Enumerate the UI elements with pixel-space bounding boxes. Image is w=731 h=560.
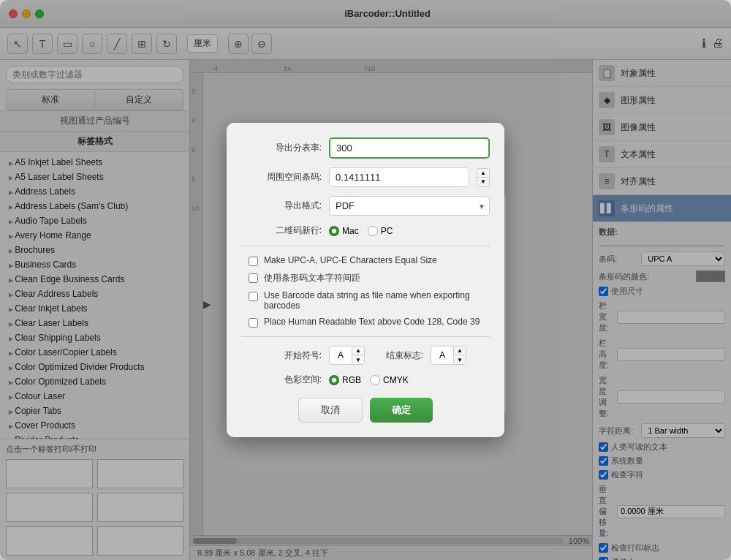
check2-label: 使用条形码文本字符间距 (264, 272, 360, 284)
surround-row: 周围空间条码: ▲ ▼ (241, 167, 490, 187)
surround-input[interactable] (329, 167, 469, 187)
start-stepper: A ▲ ▼ (329, 346, 365, 365)
surround-down[interactable]: ▼ (477, 178, 489, 186)
surround-stepper: ▲ ▼ (477, 168, 490, 187)
cmyk-label: CMYK (383, 375, 409, 385)
dpi-input[interactable] (329, 137, 490, 159)
check4-label: Place Human Readable Text above Code 128… (264, 317, 480, 327)
colorspace-row: 色彩空间: RGB CMYK (241, 374, 490, 386)
modal-divider-2 (241, 336, 490, 337)
rgb-label: RGB (342, 375, 361, 385)
check2-row: 使用条形码文本字符间距 (241, 272, 490, 284)
export-modal: 导出分表率: 周围空间条码: ▲ ▼ 导出格式: PDF TIFF PNG (227, 123, 504, 437)
end-value: A (431, 347, 453, 363)
format-select[interactable]: PDF TIFF PNG JPEG (329, 196, 490, 216)
cmyk-option[interactable]: CMYK (370, 375, 409, 385)
check1-row: Make UPC-A, UPC-E Characters Equal Size (241, 255, 490, 266)
newline-label: 二维码新行: (241, 224, 322, 237)
modal-overlay: 导出分表率: 周围空间条码: ▲ ▼ 导出格式: PDF TIFF PNG (0, 0, 731, 560)
start-down-btn[interactable]: ▼ (352, 355, 364, 364)
colorspace-label: 色彩空间: (241, 374, 322, 386)
check3-input[interactable] (249, 292, 258, 301)
surround-label: 周围空间条码: (241, 171, 322, 183)
end-stepper-btns: ▲ ▼ (453, 347, 466, 364)
check1-input[interactable] (249, 257, 258, 266)
start-stepper-btns: ▲ ▼ (352, 347, 364, 364)
newline-pc-option[interactable]: PC (368, 226, 393, 236)
newline-row: 二维码新行: Mac PC (241, 224, 490, 237)
format-select-wrap: PDF TIFF PNG JPEG ▼ (329, 196, 490, 216)
main-window: iBarcoder::Untitled ↖ T ▭ ○ ╱ ⊞ ↻ 厘米 ⊕ ⊖… (0, 0, 731, 560)
format-label: 导出格式: (241, 200, 322, 212)
check1-label: Make UPC-A, UPC-E Characters Equal Size (264, 255, 437, 265)
end-up-btn[interactable]: ▲ (454, 347, 466, 355)
end-down-btn[interactable]: ▼ (454, 355, 466, 364)
dpi-label: 导出分表率: (241, 142, 322, 154)
format-row: 导出格式: PDF TIFF PNG JPEG ▼ (241, 196, 490, 216)
newline-mac-option[interactable]: Mac (329, 226, 359, 236)
rgb-option[interactable]: RGB (329, 375, 361, 385)
start-label: 开始符号: (241, 349, 322, 362)
modal-divider-1 (241, 246, 490, 246)
cancel-button[interactable]: 取消 (298, 398, 363, 423)
start-end-row: 开始符号: A ▲ ▼ 结束标志: A ▲ ▼ (241, 346, 490, 365)
confirm-button[interactable]: 确定 (370, 398, 433, 423)
newline-mac-label: Mac (342, 226, 359, 236)
end-label: 结束标志: (372, 349, 423, 362)
start-value: A (330, 347, 352, 363)
dpi-row: 导出分表率: (241, 137, 490, 159)
newline-mac-radio[interactable] (329, 226, 339, 236)
rgb-radio[interactable] (329, 375, 339, 385)
newline-pc-label: PC (381, 226, 393, 236)
newline-radio-group: Mac PC (329, 226, 393, 236)
check4-row: Place Human Readable Text above Code 128… (241, 317, 490, 328)
modal-footer: 取消 确定 (241, 398, 490, 423)
start-up-btn[interactable]: ▲ (352, 347, 364, 355)
newline-pc-radio[interactable] (368, 226, 378, 236)
check3-label: Use Barcode data string as file name whe… (264, 290, 482, 311)
surround-up[interactable]: ▲ (477, 169, 489, 178)
colorspace-radio-group: RGB CMYK (329, 375, 409, 385)
check2-input[interactable] (249, 273, 258, 283)
cmyk-radio[interactable] (370, 375, 380, 385)
end-stepper: A ▲ ▼ (431, 346, 466, 365)
check4-input[interactable] (249, 318, 258, 328)
check3-row: Use Barcode data string as file name whe… (241, 290, 490, 311)
